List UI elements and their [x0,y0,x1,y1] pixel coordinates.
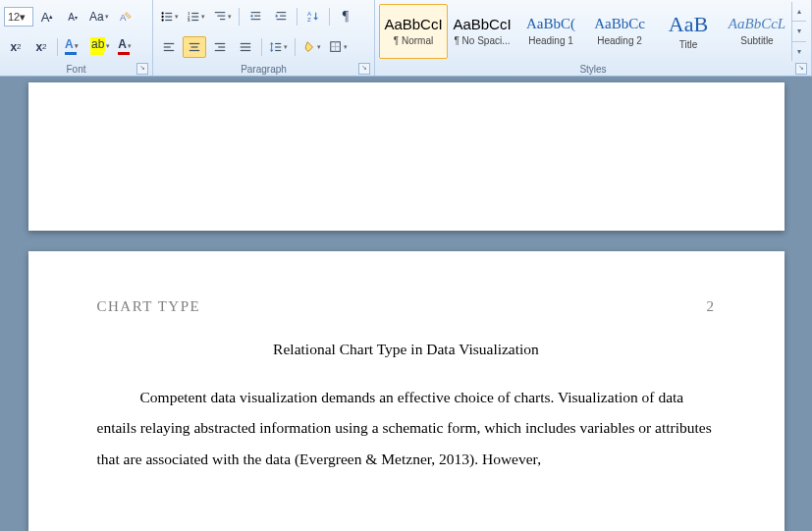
clear-formatting-button[interactable]: A [114,6,137,27]
font-group: 12▾ A▴ A▾ Aa▾ A x2 x2 A▾ ab▾ A▾ Font ↘ [0,0,153,76]
increase-indent-button[interactable] [269,6,293,27]
decrease-indent-button[interactable] [244,6,267,27]
grow-font-button[interactable]: A▴ [35,6,59,27]
style-no-spacing[interactable]: AaBbCcI ¶ No Spaci... [448,4,516,59]
multilevel-list-button[interactable]: ▾ [210,6,235,27]
styles-gallery-expand[interactable]: ▴ ▾ ▾ [791,2,806,61]
document-body-paragraph[interactable]: Competent data visualization demands an … [97,382,716,475]
page-1-bottom[interactable] [28,82,785,231]
bullets-button[interactable]: ▾ [157,6,182,27]
paragraph-group-label: Paragraph ↘ [157,62,370,76]
change-case-button[interactable]: Aa▾ [86,6,112,27]
running-head-text: CHART TYPE [97,298,201,315]
font-dialog-launcher-icon[interactable]: ↘ [136,63,148,75]
superscript-button[interactable]: x2 [29,36,53,58]
justify-button[interactable] [234,36,257,58]
shading-button[interactable]: ▾ [299,36,324,58]
highlight-button[interactable]: ab▾ [87,36,113,58]
style-normal[interactable]: AaBbCcI ¶ Normal [379,4,448,59]
sort-button[interactable]: AZ [301,6,325,27]
subscript-button[interactable]: x2 [4,36,27,58]
gallery-down-icon[interactable]: ▾ [792,22,806,41]
page-2[interactable]: CHART TYPE 2 Relational Chart Type in Da… [28,251,785,531]
font-color-button[interactable]: A▾ [115,36,138,58]
align-left-button[interactable] [157,36,181,58]
styles-group: AaBbCcI ¶ Normal AaBbCcI ¶ No Spaci... A… [375,0,812,76]
borders-button[interactable]: ▾ [326,36,351,58]
svg-point-1 [161,13,163,15]
document-title: Relational Chart Type in Data Visualizat… [97,341,716,358]
style-heading-2[interactable]: AaBbCc Heading 2 [585,4,654,59]
numbering-button[interactable]: 123▾ [184,6,208,27]
styles-group-label: Styles ↘ [379,62,807,76]
svg-text:Z: Z [307,17,311,24]
svg-point-3 [161,20,163,22]
shrink-font-button[interactable]: A▾ [61,6,84,27]
paragraph-dialog-launcher-icon[interactable]: ↘ [358,63,370,75]
styles-dialog-launcher-icon[interactable]: ↘ [795,63,807,75]
ribbon: 12▾ A▴ A▾ Aa▾ A x2 x2 A▾ ab▾ A▾ Font ↘ [0,0,812,77]
styles-gallery[interactable]: AaBbCcI ¶ Normal AaBbCcI ¶ No Spaci... A… [379,2,791,61]
line-spacing-button[interactable]: ▾ [266,36,291,58]
style-title[interactable]: AaB Title [654,4,723,59]
align-right-button[interactable] [208,36,232,58]
svg-point-2 [161,16,163,18]
text-effects-button[interactable]: A▾ [62,36,85,58]
running-head: CHART TYPE 2 [97,298,716,315]
style-heading-1[interactable]: AaBbC( Heading 1 [516,4,585,59]
gallery-more-icon[interactable]: ▾ [792,42,806,61]
style-subtitle[interactable]: AaBbCcL Subtitle [723,4,791,59]
gallery-up-icon[interactable]: ▴ [792,2,806,22]
font-group-label: Font ↘ [4,62,148,76]
align-center-button[interactable] [183,36,206,58]
page-number: 2 [707,298,716,315]
font-size-box[interactable]: 12▾ [4,7,33,27]
svg-text:A: A [120,12,127,23]
svg-text:3: 3 [188,19,190,24]
document-area[interactable]: CHART TYPE 2 Relational Chart Type in Da… [0,77,812,531]
paragraph-group: ▾ 123▾ ▾ AZ ¶ ▾ ▾ ▾ [153,0,375,76]
show-hide-pilcrow-button[interactable]: ¶ [334,6,357,27]
